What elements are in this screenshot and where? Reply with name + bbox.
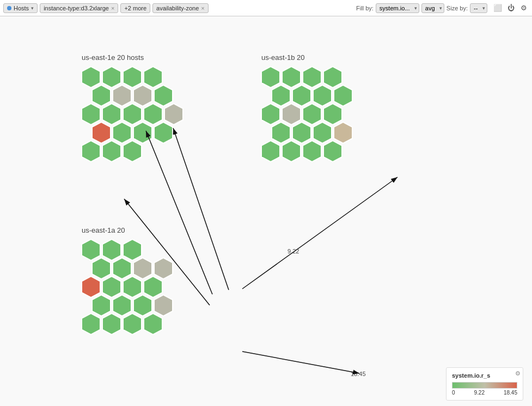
filter-az-label: availability-zone xyxy=(156,5,199,11)
svg-marker-39 xyxy=(323,141,342,162)
svg-marker-37 xyxy=(282,141,301,162)
filter-instance-label: instance-type:d3.2xlarge xyxy=(44,5,109,11)
toolbar: Hosts ▾ instance-type:d3.2xlarge × +2 mo… xyxy=(0,0,532,16)
size-group: Size by: -- xyxy=(447,3,487,13)
svg-marker-55 xyxy=(82,313,100,335)
arrow-4 xyxy=(242,177,398,289)
zone-label-1a: us-east-1a 20 xyxy=(82,226,125,234)
hex-cell[interactable] xyxy=(102,140,121,162)
legend-title: system.io.r_s xyxy=(452,372,517,379)
size-select-wrap: -- xyxy=(470,3,487,13)
filter-more-label: +2 more xyxy=(124,5,146,11)
agg-select[interactable]: avg xyxy=(421,3,444,13)
hex-row xyxy=(260,140,353,163)
agg-select-wrap: avg xyxy=(421,3,444,13)
hosts-dot xyxy=(7,6,11,10)
filter-az[interactable]: availability-zone × xyxy=(152,3,209,13)
svg-marker-17 xyxy=(82,141,100,162)
svg-marker-18 xyxy=(102,141,121,162)
filter-more[interactable]: +2 more xyxy=(120,3,150,13)
annotation-9-22: 9.22 xyxy=(288,248,299,254)
svg-marker-56 xyxy=(102,313,121,335)
main-canvas: us-east-1e 20 hosts us-east-1b 20 us-eas… xyxy=(0,16,532,406)
size-select[interactable]: -- xyxy=(470,3,487,13)
monitor-icon[interactable]: ⬜ xyxy=(493,3,503,13)
legend-min: 0 xyxy=(452,390,455,396)
hex-grid-1b xyxy=(260,65,353,163)
fill-select[interactable]: system.io... xyxy=(376,3,419,13)
legend-max: 18.45 xyxy=(504,390,517,396)
hex-row xyxy=(81,312,174,336)
annotation-18-45: 18.45 xyxy=(351,371,366,377)
legend-gear-icon[interactable]: ⚙ xyxy=(515,370,521,377)
hex-cell[interactable] xyxy=(81,140,101,162)
fill-label: Fill by: xyxy=(356,5,374,11)
svg-marker-38 xyxy=(303,141,321,162)
hex-cell[interactable] xyxy=(302,140,322,162)
legend-mid: 9.22 xyxy=(474,390,485,396)
hex-cell[interactable] xyxy=(81,313,101,335)
hex-cell[interactable] xyxy=(123,140,142,162)
hex-cell[interactable] xyxy=(123,313,142,335)
power-icon[interactable]: ⏻ xyxy=(506,3,516,13)
hex-cell[interactable] xyxy=(282,140,301,162)
svg-marker-57 xyxy=(123,313,142,335)
size-label: Size by: xyxy=(447,5,468,11)
hex-grid-1e xyxy=(81,65,184,163)
hex-cell[interactable] xyxy=(154,122,173,144)
filter-instance-close[interactable]: × xyxy=(111,5,114,11)
svg-marker-58 xyxy=(144,313,162,335)
filter-az-close[interactable]: × xyxy=(201,5,204,11)
hosts-filter[interactable]: Hosts ▾ xyxy=(3,3,38,13)
svg-marker-36 xyxy=(261,141,280,162)
arrow-5 xyxy=(242,352,359,373)
hex-cell[interactable] xyxy=(143,313,163,335)
legend: ⚙ system.io.r_s 0 9.22 18.45 xyxy=(446,367,523,401)
toolbar-icons: ⬜ ⏻ ⚙ xyxy=(493,3,529,13)
svg-marker-16 xyxy=(154,122,173,143)
fill-group: Fill by: system.io... avg xyxy=(356,3,444,13)
zone-label-1e: us-east-1e 20 hosts xyxy=(82,53,144,62)
settings-icon[interactable]: ⚙ xyxy=(519,3,529,13)
legend-labels: 0 9.22 18.45 xyxy=(452,390,517,396)
hex-cell[interactable] xyxy=(323,140,343,162)
fill-select-wrap: system.io... xyxy=(376,3,419,13)
hex-cell[interactable] xyxy=(261,140,280,162)
svg-marker-19 xyxy=(123,141,142,162)
hex-grid-1a xyxy=(81,238,174,336)
hex-cell[interactable] xyxy=(102,313,121,335)
filter-instance-type[interactable]: instance-type:d3.2xlarge × xyxy=(40,3,118,13)
hosts-arrow: ▾ xyxy=(31,5,34,11)
zone-label-1b: us-east-1b 20 xyxy=(261,53,305,62)
hosts-label: Hosts xyxy=(14,5,29,11)
legend-bar: 0 9.22 18.45 xyxy=(452,382,517,396)
legend-gradient xyxy=(452,382,517,389)
